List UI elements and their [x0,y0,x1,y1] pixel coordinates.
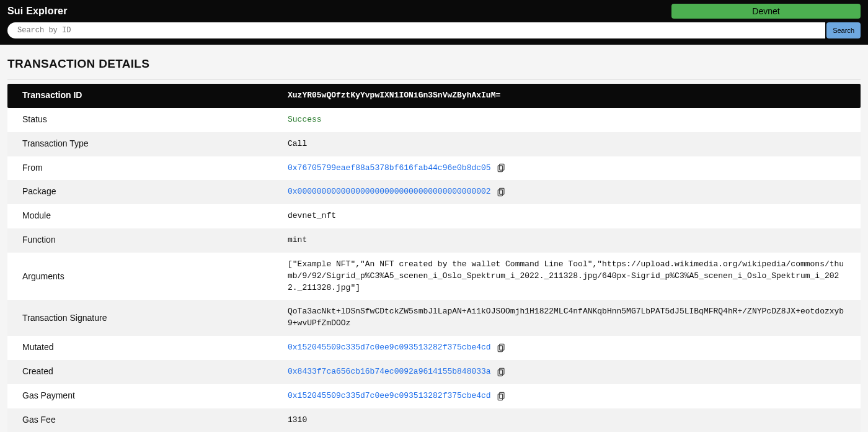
copy-icon[interactable] [497,392,505,401]
svg-rect-6 [499,368,503,374]
page-content: TRANSACTION DETAILS Transaction ID XuzYR… [0,45,868,432]
label-signature: Transaction Signature [22,313,288,323]
value-transaction-type: Call [288,138,846,150]
value-transaction-id: XuzYR05wQOfztKyYvpwIXN1IONiGn3SnVwZByhAx… [288,90,846,102]
value-module: devnet_nft [288,210,846,222]
row-package: Package 0x000000000000000000000000000000… [7,180,861,204]
label-module: Module [22,210,288,220]
row-module: Module devnet_nft [7,204,861,228]
value-package: 0x00000000000000000000000000000000000000… [288,186,846,198]
row-transaction-type: Transaction Type Call [7,132,861,156]
value-gas-payment: 0x152045509c335d7c0ee9c093513282f375cbe4… [288,390,846,402]
transaction-type-text: Call [288,138,307,150]
page-title: TRANSACTION DETAILS [7,57,861,71]
row-gas-fee: Gas Fee 1310 [7,408,861,432]
label-gas-payment: Gas Payment [22,390,288,400]
label-gas-fee: Gas Fee [22,415,288,425]
package-address-link[interactable]: 0x00000000000000000000000000000000000000… [288,186,491,198]
row-from: From 0x76705799eaef88a5378bf616fab44c96e… [7,156,861,181]
value-created: 0x8433f7ca656cb16b74ec0092a9614155b84803… [288,366,846,378]
row-gas-payment: Gas Payment 0x152045509c335d7c0ee9c09351… [7,384,861,408]
svg-rect-0 [499,164,503,171]
gas-fee-text: 1310 [288,415,307,426]
header-top-row: Sui Explorer Devnet [7,4,861,19]
label-arguments: Arguments [22,271,288,281]
search-button[interactable]: Search [826,22,861,38]
status-text: Success [288,114,322,126]
label-status: Status [22,114,288,124]
value-gas-fee: 1310 [288,415,846,426]
svg-rect-2 [499,189,503,195]
mutated-address-link[interactable]: 0x152045509c335d7c0ee9c093513282f375cbe4… [288,342,491,354]
module-text: devnet_nft [288,210,336,222]
svg-rect-4 [499,344,503,350]
function-text: mint [288,235,307,246]
from-address-link[interactable]: 0x76705799eaef88a5378bf616fab44c96e0b8dc… [288,163,491,174]
label-transaction-type: Transaction Type [22,138,288,148]
app-header: Sui Explorer Devnet Search [0,0,868,45]
value-arguments: ["Example NFT","An NFT created by the wa… [288,259,846,294]
label-mutated: Mutated [22,342,288,352]
copy-icon[interactable] [497,163,505,173]
value-mutated: 0x152045509c335d7c0ee9c093513282f375cbe4… [288,342,846,354]
value-status: Success [288,114,846,126]
label-package: Package [22,186,288,196]
svg-rect-9 [498,394,502,400]
row-status: Status Success [7,108,861,132]
label-created: Created [22,366,288,376]
row-mutated: Mutated 0x152045509c335d7c0ee9c093513282… [7,336,861,360]
row-signature: Transaction Signature QoTa3acNkt+lDSnSfw… [7,300,861,336]
copy-icon[interactable] [497,343,505,353]
row-transaction-id: Transaction ID XuzYR05wQOfztKyYvpwIXN1IO… [7,84,861,108]
svg-rect-7 [498,370,502,376]
label-transaction-id: Transaction ID [22,90,288,100]
gas-payment-address-link[interactable]: 0x152045509c335d7c0ee9c093513282f375cbe4… [288,390,491,402]
copy-icon[interactable] [497,367,505,377]
row-function: Function mint [7,228,861,253]
label-function: Function [22,235,288,245]
transaction-id-text: XuzYR05wQOfztKyYvpwIXN1IONiGn3SnVwZByhAx… [288,90,500,102]
title-divider [7,79,861,80]
row-arguments: Arguments ["Example NFT","An NFT created… [7,253,861,300]
value-signature: QoTa3acNkt+lDSnSfwCDtckZW5smbJlLapAN+Ai1… [288,306,846,330]
label-from: From [22,163,288,173]
value-function: mint [288,235,846,246]
network-badge[interactable]: Devnet [671,4,861,19]
app-logo[interactable]: Sui Explorer [7,6,68,17]
created-address-link[interactable]: 0x8433f7ca656cb16b74ec0092a9614155b84803… [288,366,491,378]
search-row: Search [7,22,861,38]
svg-rect-1 [498,166,502,172]
value-from: 0x76705799eaef88a5378bf616fab44c96e0b8dc… [288,163,846,174]
copy-icon[interactable] [497,187,505,197]
svg-rect-8 [499,392,503,398]
svg-rect-5 [498,346,502,352]
search-input[interactable] [7,22,825,38]
row-created: Created 0x8433f7ca656cb16b74ec0092a96141… [7,360,861,384]
svg-rect-3 [498,190,502,196]
